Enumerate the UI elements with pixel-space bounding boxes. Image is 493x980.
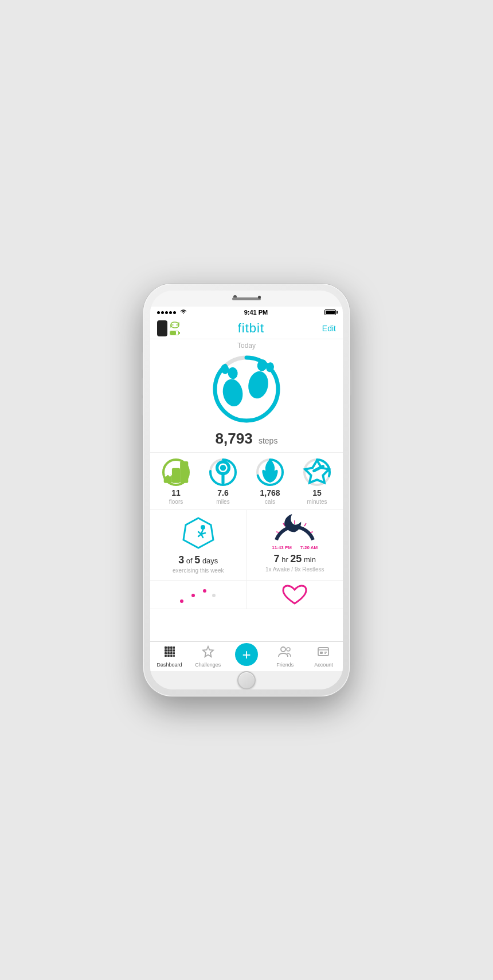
svg-rect-43	[170, 655, 173, 657]
battery-fill	[326, 311, 335, 314]
sleep-times: 11:43 PM 7:20 AM	[272, 545, 318, 550]
exercise-stats: 3 of 5 days exercising this week	[173, 554, 224, 574]
steps-value: 8,793	[216, 430, 257, 447]
tab-friends[interactable]: Friends	[266, 642, 304, 671]
exercise-sub: exercising this week	[173, 567, 224, 574]
floors-ring	[161, 457, 191, 487]
svg-rect-41	[165, 655, 167, 657]
svg-rect-34	[167, 649, 170, 652]
svg-rect-35	[170, 649, 173, 652]
device-status	[157, 320, 180, 336]
exercise-panel[interactable]: 3 of 5 days exercising this week	[150, 510, 247, 580]
sleep-panel[interactable]: 11:43 PM 7:20 AM 7 hr 25 min 1x Awake / …	[247, 510, 343, 580]
app-header: fitbit Edit	[150, 318, 343, 339]
svg-rect-37	[165, 652, 167, 654]
account-icon	[317, 645, 330, 661]
svg-point-17	[220, 465, 226, 471]
status-time: 9:41 PM	[244, 309, 268, 316]
svg-rect-11	[172, 468, 180, 483]
floors-label: floors	[169, 499, 183, 505]
phone-body: 9:41 PM	[150, 291, 343, 689]
tab-add[interactable]: +	[227, 642, 265, 671]
edit-button[interactable]: Edit	[322, 324, 336, 333]
dashboard-label: Dashboard	[157, 662, 182, 668]
sync-icon	[170, 322, 180, 330]
wifi-icon	[179, 309, 187, 316]
status-left	[157, 309, 187, 316]
floors-icon	[161, 456, 191, 489]
svg-point-46	[281, 647, 285, 652]
svg-rect-31	[170, 646, 173, 649]
steps-icon	[209, 350, 284, 429]
device-battery-fill	[170, 331, 176, 335]
active-stat[interactable]: 15 minutes	[302, 457, 332, 505]
sleep-start-time: 11:43 PM	[272, 545, 292, 550]
speaker	[232, 297, 261, 300]
svg-rect-32	[173, 646, 175, 649]
sleep-moon-icon	[272, 509, 318, 538]
dot-1	[180, 599, 183, 603]
screen: 9:41 PM	[150, 307, 343, 671]
phone-frame: 9:41 PM	[143, 284, 350, 696]
active-value: 15	[312, 488, 322, 497]
calories-stat[interactable]: 1,768 cals	[255, 457, 285, 505]
today-section: Today	[150, 339, 343, 453]
sleep-min: min	[304, 555, 316, 564]
today-label: Today	[237, 342, 256, 350]
dot-3	[203, 589, 206, 593]
exercise-of: of	[186, 556, 193, 565]
tab-challenges[interactable]: Challenges	[189, 642, 227, 671]
active-ring	[302, 457, 332, 487]
miles-stat[interactable]: 7.6 miles	[208, 457, 238, 505]
miles-value: 7.6	[217, 488, 228, 497]
active-label: minutes	[307, 499, 327, 505]
svg-rect-42	[167, 655, 170, 657]
phone-top-hardware	[150, 291, 343, 307]
signal-dot-3	[165, 311, 168, 314]
sleep-gauge	[272, 516, 318, 542]
calories-icon	[255, 456, 285, 489]
steps-ring[interactable]	[209, 352, 284, 426]
status-bar: 9:41 PM	[150, 307, 343, 318]
steps-unit: steps	[259, 436, 277, 445]
steps-display: 8,793 steps	[216, 430, 278, 448]
svg-rect-29	[165, 646, 167, 649]
signal-dots	[157, 311, 176, 314]
friends-label: Friends	[276, 662, 294, 668]
exercise-days-unit: days	[202, 556, 218, 565]
sleep-sub: 1x Awake / 9x Restless	[265, 566, 324, 573]
miles-icon	[208, 456, 238, 489]
exercise-main: 3 of 5 days	[173, 554, 224, 567]
device-battery	[170, 331, 179, 335]
svg-point-2	[221, 378, 245, 408]
svg-rect-44	[173, 655, 175, 657]
challenges-icon	[202, 645, 214, 661]
dot-2	[191, 594, 195, 597]
dashboard-icon	[163, 645, 176, 661]
home-button[interactable]	[237, 671, 256, 689]
stats-row: 11 floors	[150, 453, 343, 510]
svg-point-5	[246, 370, 271, 400]
svg-rect-12	[180, 461, 188, 483]
signal-dot-2	[161, 311, 164, 314]
account-label: Account	[314, 662, 333, 668]
phone-bottom-hardware	[150, 671, 343, 689]
dots-panel	[150, 581, 247, 609]
svg-rect-48	[318, 648, 328, 656]
calories-ring	[255, 457, 285, 487]
svg-rect-33	[165, 649, 167, 652]
floors-value: 11	[171, 488, 181, 497]
status-right	[324, 309, 336, 315]
floors-stat[interactable]: 11 floors	[161, 457, 191, 505]
svg-rect-40	[173, 652, 175, 654]
svg-marker-45	[203, 646, 213, 657]
app-content: Today	[150, 339, 343, 641]
signal-dot-1	[157, 311, 160, 314]
camera-dot	[258, 296, 261, 299]
svg-marker-22	[183, 518, 213, 548]
signal-dot-5	[173, 311, 176, 314]
tab-account[interactable]: Account	[304, 642, 343, 671]
calories-label: cals	[265, 499, 275, 505]
challenges-label: Challenges	[195, 662, 221, 668]
tab-dashboard[interactable]: Dashboard	[150, 642, 189, 671]
